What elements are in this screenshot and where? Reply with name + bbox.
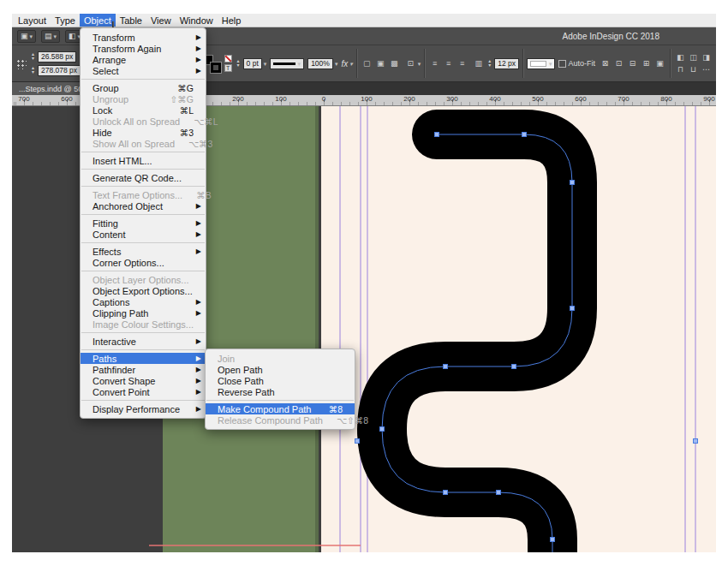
wrap-around-object-shape-icon[interactable]: ▩: [388, 57, 401, 69]
ruler-label: 100: [275, 95, 286, 103]
menu-item-interactive[interactable]: Interactive: [81, 336, 206, 347]
fit-frame-to-content-icon[interactable]: ⊟: [626, 57, 639, 69]
menubar-item-layout[interactable]: Layout: [14, 14, 51, 27]
menu-item-show-all-on-spread[interactable]: Show All on Spread ⌥⌘3: [81, 138, 206, 149]
fit-content-to-frame-icon[interactable]: ⊞: [640, 57, 653, 69]
menu-item-convert-point[interactable]: Convert Point: [81, 386, 206, 397]
menubar-item-view[interactable]: View: [146, 14, 176, 27]
align-top-edges-icon[interactable]: ⊓: [674, 63, 687, 75]
menu-item-release-compound-path[interactable]: Release Compound Path ⌥⇧⌘8: [206, 414, 355, 426]
menu-item-fitting[interactable]: Fitting: [81, 217, 206, 229]
dropdown-arrow-icon[interactable]: [264, 61, 267, 67]
effects-button[interactable]: fx: [341, 59, 352, 69]
menu-item-hide[interactable]: Hide ⌘3: [81, 127, 206, 138]
menu-item-clipping-path[interactable]: Clipping Path: [81, 307, 206, 319]
auto-fit-control[interactable]: Auto-Fit: [558, 59, 595, 68]
menu-item-effects[interactable]: Effects: [81, 246, 206, 257]
align-left-icon[interactable]: ≡: [428, 57, 441, 69]
menu-item-display-performance[interactable]: Display Performance: [81, 403, 206, 414]
reference-point-proxy[interactable]: [15, 58, 27, 69]
stepper-icon[interactable]: [30, 66, 36, 74]
align-bottom-edges-icon[interactable]: ⊔: [687, 63, 700, 75]
menu-item-unlock-all-on-spread[interactable]: Unlock All on Spread ⌥⌘L: [81, 116, 206, 127]
align-centre-icon[interactable]: ≡: [442, 57, 455, 69]
view-options-dropdown[interactable]: ▤: [41, 30, 60, 43]
menubar-item-type[interactable]: Type: [51, 14, 80, 27]
anchor-handle[interactable]: [570, 307, 575, 311]
menubar-item-window[interactable]: Window: [176, 14, 218, 27]
menu-item-object-export-options[interactable]: Object Export Options...: [81, 285, 206, 296]
height-field[interactable]: 278.078 px: [38, 65, 81, 76]
formatting-affects-text-icon[interactable]: T: [224, 64, 232, 72]
menu-item-arrange[interactable]: Arrange: [81, 54, 206, 65]
menu-item-make-compound-path[interactable]: Make Compound Path ⌘8: [206, 403, 355, 414]
menu-item-text-frame-options[interactable]: Text Frame Options... ⌘B: [81, 189, 206, 200]
corner-options[interactable]: ⊡: [404, 57, 421, 69]
centre-content-icon[interactable]: ▣: [653, 57, 666, 69]
menu-item-convert-shape[interactable]: Convert Shape: [81, 375, 206, 386]
menu-item-pathfinder[interactable]: Pathfinder: [81, 364, 206, 375]
menu-separator: [81, 400, 205, 401]
corner-options-icon[interactable]: ⊡: [404, 57, 417, 69]
fill-frame-proportionally-icon[interactable]: ⊠: [599, 57, 612, 69]
anchor-handle[interactable]: [435, 133, 439, 137]
anchor-handle[interactable]: [497, 491, 501, 495]
menu-item-open-path[interactable]: Open Path: [206, 364, 355, 375]
menu-item-close-path[interactable]: Close Path: [206, 375, 355, 386]
menu-item-anchored-object[interactable]: Anchored Object: [81, 200, 206, 212]
snake-path-artwork[interactable]: [382, 134, 572, 552]
align-right-edges-icon[interactable]: ◨: [700, 51, 713, 63]
anchor-handle[interactable]: [522, 133, 527, 137]
stroke-type-dropdown[interactable]: [270, 58, 304, 69]
opacity-field[interactable]: 100%: [307, 58, 333, 69]
align-right-icon[interactable]: ≡: [456, 57, 468, 69]
anchor-handle[interactable]: [444, 491, 448, 495]
auto-fit-checkbox[interactable]: [558, 60, 566, 68]
menu-item-transform-again[interactable]: Transform Again: [81, 43, 206, 54]
menu-item-content[interactable]: Content: [81, 229, 206, 240]
stepper-icon[interactable]: [30, 52, 36, 61]
zoom-level-dropdown[interactable]: ▣: [17, 30, 36, 43]
anchor-handle[interactable]: [512, 365, 516, 369]
menu-item-object-layer-options[interactable]: Object Layer Options...: [81, 274, 206, 285]
menu-item-corner-options[interactable]: Corner Options...: [81, 257, 206, 268]
menubar-item-table[interactable]: Table: [116, 14, 146, 27]
bounding-box-handle[interactable]: [694, 439, 698, 444]
anchor-handle[interactable]: [570, 181, 575, 185]
anchor-handle[interactable]: [551, 538, 555, 542]
stroke-weight-field[interactable]: 0 pt: [243, 58, 262, 69]
menu-item-group[interactable]: Group ⌘G: [81, 82, 206, 93]
stroke-swatch[interactable]: [211, 63, 221, 73]
menu-item-lock[interactable]: Lock ⌘L: [81, 104, 206, 116]
menu-item-generate-qr-code[interactable]: Generate QR Code...: [81, 172, 206, 183]
menu-item-ungroup[interactable]: Ungroup ⇧⌘G: [81, 93, 206, 104]
align-horizontal-centres-icon[interactable]: ◫: [687, 51, 700, 63]
menu-item-paths[interactable]: Paths: [81, 353, 206, 364]
menu-item-select[interactable]: Select: [81, 65, 206, 76]
menubar-item-object[interactable]: Object: [80, 14, 116, 27]
menu-item-reverse-path[interactable]: Reverse Path: [206, 386, 355, 397]
swatch-dropdown[interactable]: [527, 58, 555, 69]
width-field[interactable]: 26.588 px: [38, 51, 76, 63]
dropdown-arrow-icon[interactable]: [335, 61, 338, 67]
menu-item-captions[interactable]: Captions: [81, 296, 206, 307]
distribute-objects-icon[interactable]: ⋯: [700, 63, 713, 75]
anchor-handle[interactable]: [444, 365, 448, 369]
menu-item-insert-html[interactable]: Insert HTML...: [81, 155, 206, 166]
submenu-arrow-icon: [194, 299, 201, 306]
align-left-edges-icon[interactable]: ◧: [674, 51, 687, 63]
anchor-handle[interactable]: [380, 427, 385, 432]
menubar-item-help[interactable]: Help: [218, 14, 246, 27]
gutter-field[interactable]: 12 px: [494, 58, 519, 69]
apply-none-swatch[interactable]: [224, 55, 232, 63]
menu-item-join[interactable]: Join: [206, 353, 355, 364]
menu-item-image-colour-settings[interactable]: Image Colour Settings...: [81, 319, 206, 330]
menu-item-transform[interactable]: Transform: [81, 32, 206, 43]
wrap-around-bounding-box-icon[interactable]: ▣: [374, 57, 387, 69]
stepper-icon[interactable]: [236, 59, 242, 68]
bounding-box-handle[interactable]: [355, 439, 360, 444]
fit-content-proportionally-icon[interactable]: ⊡: [612, 57, 625, 69]
stepper-icon[interactable]: [486, 59, 492, 68]
no-text-wrap-icon[interactable]: ▢: [361, 57, 373, 69]
dropdown-arrow-icon: [30, 33, 33, 39]
